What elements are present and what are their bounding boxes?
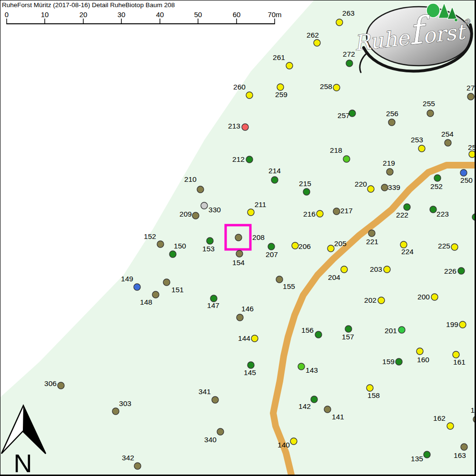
tree-dot-140[interactable] xyxy=(290,438,297,445)
tree-dot-259[interactable] xyxy=(277,84,284,90)
tree-dot-254[interactable] xyxy=(445,139,451,146)
tree-dot-145[interactable] xyxy=(248,362,254,368)
tree-label-199: 199 xyxy=(446,320,458,328)
tree-dot-258[interactable] xyxy=(333,84,340,91)
tree-label-140: 140 xyxy=(278,441,290,449)
tree-dot-156[interactable] xyxy=(315,331,322,338)
tree-dot-201[interactable] xyxy=(398,327,405,333)
tree-dot-215[interactable] xyxy=(303,188,310,195)
tree-dot-148[interactable] xyxy=(152,291,159,298)
tree-label-217: 217 xyxy=(340,207,353,215)
tree-dot-339[interactable] xyxy=(381,184,388,191)
tree-dot-207[interactable] xyxy=(268,243,275,250)
tree-dot-157[interactable] xyxy=(345,326,352,332)
tree-dot-146[interactable] xyxy=(237,314,243,321)
tree-dot-222[interactable] xyxy=(404,204,410,210)
tree-dot-204[interactable] xyxy=(341,266,347,273)
tree-dot-151[interactable] xyxy=(163,279,170,286)
tree-dot-251[interactable] xyxy=(469,151,476,158)
tree-label-341: 341 xyxy=(198,387,211,396)
map-container: 2632622722612592582602572562552732132532… xyxy=(0,0,476,476)
tree-dot-217[interactable] xyxy=(333,208,340,215)
tree-label-206: 206 xyxy=(298,242,311,250)
tree-dot-330[interactable] xyxy=(201,202,208,209)
tree-dot-155[interactable] xyxy=(276,276,283,283)
tree-dot-211[interactable] xyxy=(248,209,254,216)
tree-dot-141[interactable] xyxy=(324,406,331,413)
tree-label-207: 207 xyxy=(266,250,278,258)
tree-label-150: 150 xyxy=(174,242,186,250)
tree-dot-143[interactable] xyxy=(298,363,305,370)
tree-label-152: 152 xyxy=(144,232,156,240)
tree-dot-159[interactable] xyxy=(396,358,402,365)
tree-dot-261[interactable] xyxy=(286,62,293,69)
tree-dot-214[interactable] xyxy=(271,177,278,183)
tree-label-212: 212 xyxy=(232,155,245,163)
tree-dot-202[interactable] xyxy=(378,297,385,304)
tree-label-306: 306 xyxy=(44,379,57,387)
tree-label-151: 151 xyxy=(171,286,184,294)
tree-dot-144[interactable] xyxy=(251,335,258,342)
tree-dot-135[interactable] xyxy=(424,451,430,458)
tree-dot-221[interactable] xyxy=(368,230,375,237)
tree-dot-223[interactable] xyxy=(430,206,436,213)
tree-dot-147[interactable] xyxy=(210,295,217,302)
tree-dot-225[interactable] xyxy=(451,244,458,250)
tree-dot-199[interactable] xyxy=(459,321,466,328)
tree-label-204: 204 xyxy=(328,273,340,281)
tree-label-157: 157 xyxy=(342,333,354,341)
tree-dot-142[interactable] xyxy=(311,396,317,403)
tree-dot-154[interactable] xyxy=(236,250,243,257)
tree-dot-210[interactable] xyxy=(197,186,204,193)
tree-dot-218[interactable] xyxy=(343,156,350,162)
tree-dot-152[interactable] xyxy=(157,241,164,248)
tree-dot-206[interactable] xyxy=(292,242,298,249)
tree-label-259: 259 xyxy=(275,90,288,99)
tree-dot-220[interactable] xyxy=(367,186,374,192)
tree-dot-272[interactable] xyxy=(346,60,353,67)
tree-dot-149[interactable] xyxy=(134,284,140,290)
tree-dot-208[interactable] xyxy=(235,234,242,241)
tree-dot-342[interactable] xyxy=(134,463,141,469)
tree-label-220: 220 xyxy=(355,180,367,188)
tree-dot-224[interactable] xyxy=(400,241,407,248)
tree-dot-273[interactable] xyxy=(467,93,474,100)
tree-dot-262[interactable] xyxy=(314,40,320,46)
tree-label-162: 162 xyxy=(433,414,446,422)
tree-dot-162[interactable] xyxy=(447,423,454,429)
tree-dot-212[interactable] xyxy=(246,156,253,163)
tree-label-159: 159 xyxy=(382,357,395,366)
tree-dot-253[interactable] xyxy=(418,145,425,152)
tree-dot-161[interactable] xyxy=(453,351,459,358)
tree-dot-263[interactable] xyxy=(336,19,343,26)
tree-dot-163[interactable] xyxy=(461,444,467,450)
tree-dot-150[interactable] xyxy=(169,251,176,258)
tree-dot-203[interactable] xyxy=(384,266,390,273)
tree-label-201: 201 xyxy=(385,327,397,335)
tree-dot-257[interactable] xyxy=(349,110,356,117)
tree-dot-250[interactable] xyxy=(460,169,467,176)
tree-label-210: 210 xyxy=(184,175,197,183)
tree-dot-219[interactable] xyxy=(387,169,393,175)
tree-dot-216[interactable] xyxy=(317,210,323,217)
tree-dot-226[interactable] xyxy=(458,268,465,274)
tree-label-142: 142 xyxy=(298,402,311,410)
tree-dot-340[interactable] xyxy=(217,428,224,435)
tree-dot-153[interactable] xyxy=(207,238,213,244)
tree-dot-260[interactable] xyxy=(246,92,253,99)
tree-dot-200[interactable] xyxy=(431,294,438,300)
tree-dot-205[interactable] xyxy=(327,245,334,252)
tree-dot-158[interactable] xyxy=(367,385,373,391)
tree-dot-160[interactable] xyxy=(416,348,423,355)
tree-dot-252[interactable] xyxy=(434,175,441,181)
tree-dot-213[interactable] xyxy=(242,124,248,130)
tree-dot-306[interactable] xyxy=(58,382,64,389)
tree-label-141: 141 xyxy=(332,413,344,421)
tree-dot-255[interactable] xyxy=(427,110,434,117)
tree-dot-303[interactable] xyxy=(112,408,119,415)
tree-label-158: 158 xyxy=(367,391,380,399)
tree-label-222: 222 xyxy=(396,211,408,219)
tree-dot-256[interactable] xyxy=(388,119,395,126)
tree-dot-341[interactable] xyxy=(212,397,218,403)
tree-dot-209[interactable] xyxy=(192,212,199,219)
